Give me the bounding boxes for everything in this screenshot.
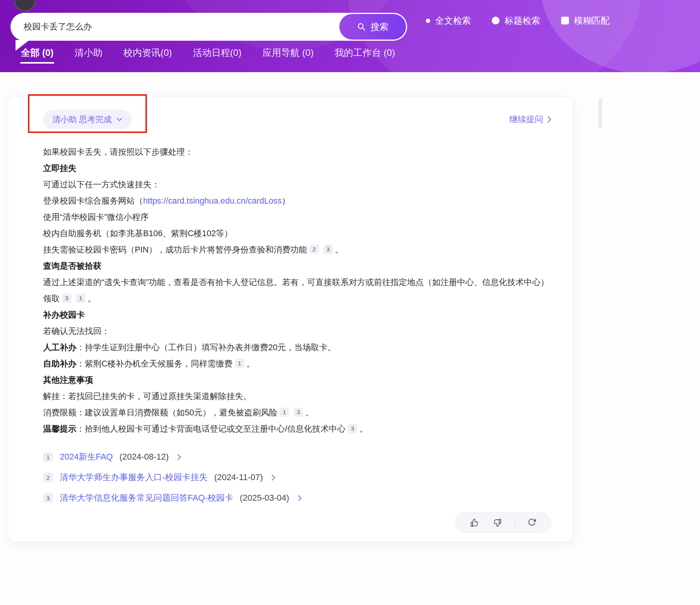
citation-badge[interactable]: 3 [62, 294, 71, 303]
option-label: 全文检索 [435, 15, 471, 27]
reference-link[interactable]: 清华大学师生办事服务入口-校园卡挂失 [60, 472, 207, 483]
answer-text: 。 [335, 245, 344, 254]
citation-badge[interactable]: 3 [348, 424, 357, 433]
tab-label: 清小助 [74, 47, 102, 58]
feedback-row [43, 512, 551, 533]
divider [515, 519, 515, 527]
answer-heading: 补办校园卡 [43, 307, 551, 323]
answer-text: 消费限额：建议设置单日消费限额（如50元），避免被盗刷风险 [43, 408, 277, 417]
tab-my-workspace[interactable]: 我的工作台 (0) [333, 47, 397, 67]
answer-paragraph: 消费限额：建议设置单日消费限额（如50元），避免被盗刷风险13。 [43, 404, 551, 421]
option-label: 标题检索 [505, 15, 540, 27]
tab-events[interactable]: 活动日程(0) [191, 47, 243, 67]
answer-text: 可通过以下任一方式快速挂失： [43, 180, 160, 189]
reference-number-badge: 3 [43, 493, 53, 503]
answer-paragraph: 解挂：若找回已挂失的卡，可通过原挂失渠道解除挂失。 [43, 388, 551, 404]
chevron-down-icon [116, 117, 123, 122]
answer-heading: 查询是否被拾获 [43, 258, 551, 274]
thumbs-down-icon[interactable] [492, 518, 502, 528]
chevron-right-icon[interactable] [271, 474, 275, 481]
answer-paragraph: 可通过以下任一方式快速挂失： [43, 176, 551, 193]
chevron-right-icon[interactable] [177, 454, 181, 460]
answer-text: ） [282, 196, 290, 206]
radio-selected-icon [426, 19, 430, 23]
answer-text: ：持学生证到注册中心（工作日）填写补办表并缴费20元，当场取卡。 [76, 343, 336, 352]
answer-text: 通过上述渠道的“遗失卡查询”功能，查看是否有拾卡人登记信息。若有，可直接联系对方… [43, 278, 549, 303]
scrollbar-thumb[interactable] [598, 98, 602, 129]
answer-bold-text: 温馨提示 [43, 424, 76, 434]
assistant-status-pill[interactable]: 清小助 思考完成 [43, 110, 132, 129]
radio-icon [492, 17, 500, 24]
option-title-search[interactable]: 标题检索 [492, 15, 540, 27]
answer-paragraph: 使用“清华校园卡”微信小程序 [43, 209, 551, 225]
tab-label: 我的工作台 (0) [335, 47, 395, 58]
answer-text: 。 [305, 408, 314, 417]
answer-bold-text: 自助补办 [43, 359, 76, 368]
option-label: 模糊匹配 [574, 15, 610, 27]
checkbox-icon [561, 17, 569, 24]
option-fulltext[interactable]: 全文检索 [426, 15, 471, 27]
reference-date: (2024-11-07) [214, 472, 263, 482]
search-bar: 搜索 [10, 13, 407, 41]
answer-heading-text: 立即挂失 [43, 164, 76, 173]
answer-paragraph: 人工补办：持学生证到注册中心（工作日）填写补办表并缴费20元，当场取卡。 [43, 339, 551, 356]
chevron-right-icon[interactable] [297, 495, 302, 501]
citation-badge[interactable]: 2 [309, 245, 319, 254]
reference-row: 1 2024新生FAQ (2024-08-12) [43, 451, 551, 463]
answer-paragraph: 若确认无法找回： [43, 323, 551, 339]
answer-paragraph: 校内自助服务机（如李兆基B106、紫荆C楼102等） [43, 225, 551, 242]
app-logo[interactable] [14, 0, 36, 12]
answer-text: 校内自助服务机（如李兆基B106、紫荆C楼102等） [43, 229, 233, 238]
citation-badge[interactable]: 3 [294, 408, 303, 417]
answer-text: 若确认无法找回： [43, 327, 110, 336]
answer-text: 。 [247, 359, 255, 368]
option-fuzzy-match[interactable]: 模糊匹配 [561, 15, 610, 27]
answer-text: 。 [88, 294, 96, 303]
answer-text: 挂失需验证校园卡密码（PIN），成功后卡片将暂停身份查验和消费功能 [43, 245, 307, 254]
answer-heading-text: 查询是否被拾获 [43, 261, 102, 271]
card-loss-link[interactable]: https://card.tsinghua.edu.cn/cardLoss [143, 196, 282, 206]
tab-label: 活动日程(0) [193, 47, 241, 58]
thumbs-up-icon[interactable] [470, 518, 480, 528]
answer-text: 解挂：若找回已挂失的卡，可通过原挂失渠道解除挂失。 [43, 392, 252, 401]
citation-badge[interactable]: 1 [280, 408, 289, 417]
tab-label: 应用导航 (0) [263, 47, 314, 58]
search-input[interactable] [24, 13, 388, 41]
tab-campus-news[interactable]: 校内资讯(0) [122, 47, 173, 67]
tab-bar: 全部 (0) 清小助 校内资讯(0) 活动日程(0) 应用导航 (0) 我的工作… [19, 47, 397, 67]
answer-text: 如果校园卡丢失，请按照以下步骤处理： [43, 147, 193, 157]
card-header-row: 清小助 思考完成 继续提问 [43, 110, 551, 129]
answer-text: ：紫荆C楼补办机全天候服务，同样需缴费 [76, 359, 233, 368]
feedback-toolbar [455, 512, 551, 533]
answer-card: 清小助 思考完成 继续提问 [8, 96, 573, 542]
answer-paragraph: 温馨提示：拾到他人校园卡可通过卡背面电话登记或交至注册中心/信息化技术中心3。 [43, 421, 551, 437]
reference-row: 3 清华大学信息化服务常见问题回答FAQ-校园卡 (2025-03-04) [43, 492, 551, 504]
page: 搜索 全文检索 标题检索 模糊匹配 全部 (0) 清小助 校内资讯(0) 活动日… [0, 0, 700, 605]
reference-number-badge: 2 [43, 472, 53, 482]
citation-badge[interactable]: 1 [76, 294, 85, 303]
assistant-status-label: 清小助 思考完成 [52, 114, 112, 125]
reference-date: (2025-03-04) [240, 493, 289, 503]
reference-link[interactable]: 2024新生FAQ [60, 451, 113, 463]
tab-qingxiaozhu[interactable]: 清小助 [73, 47, 104, 67]
answer-paragraph: 挂失需验证校园卡密码（PIN），成功后卡片将暂停身份查验和消费功能23。 [43, 242, 551, 258]
refresh-icon[interactable] [527, 518, 537, 527]
search-button-label: 搜索 [371, 21, 389, 33]
tab-label: 全部 (0) [21, 47, 54, 58]
continue-ask-link[interactable]: 继续提问 [509, 114, 551, 125]
search-mode-options: 全文检索 标题检索 模糊匹配 [426, 0, 610, 41]
tab-all[interactable]: 全部 (0) [19, 47, 55, 67]
answer-heading-text: 补办校园卡 [43, 310, 85, 320]
answer-body: 如果校园卡丢失，请按照以下步骤处理： 立即挂失 可通过以下任一方式快速挂失： 登… [43, 144, 551, 437]
answer-paragraph: 登录校园卡综合服务网站（https://card.tsinghua.edu.cn… [43, 193, 551, 209]
tab-app-nav[interactable]: 应用导航 (0) [261, 47, 315, 67]
search-button[interactable]: 搜索 [339, 14, 406, 40]
reference-link[interactable]: 清华大学信息化服务常见问题回答FAQ-校园卡 [60, 492, 233, 504]
answer-heading: 其他注意事项 [43, 372, 551, 388]
answer-heading: 立即挂失 [43, 160, 551, 176]
citation-badge[interactable]: 1 [235, 359, 244, 368]
continue-ask-label: 继续提问 [509, 114, 543, 125]
answer-paragraph: 如果校园卡丢失，请按照以下步骤处理： [43, 144, 551, 160]
citation-badge[interactable]: 3 [323, 245, 333, 254]
answer-paragraph: 通过上述渠道的“遗失卡查询”功能，查看是否有拾卡人登记信息。若有，可直接联系对方… [43, 274, 551, 307]
